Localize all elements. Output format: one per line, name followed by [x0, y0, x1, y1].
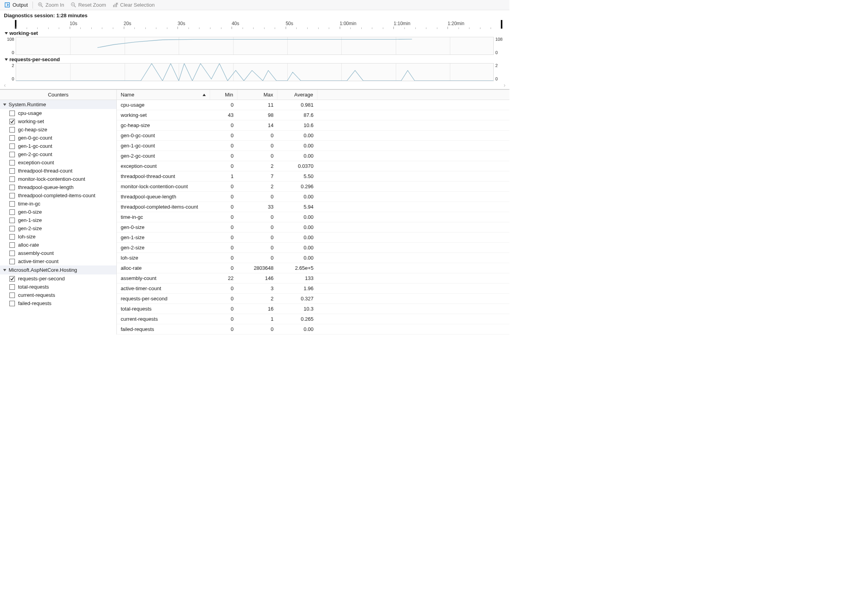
checkbox[interactable]: [9, 251, 15, 256]
tree-item[interactable]: gen-2-size: [0, 224, 116, 233]
checkbox[interactable]: [9, 185, 15, 190]
tree-item[interactable]: total-requests: [0, 283, 116, 291]
zoom-in-button[interactable]: Zoom In: [35, 1, 67, 9]
checkbox[interactable]: [9, 160, 15, 165]
reset-zoom-button[interactable]: Reset Zoom: [68, 1, 109, 9]
tree-item[interactable]: threadpool-queue-length: [0, 183, 116, 191]
table-row[interactable]: total-requests01610.3: [117, 304, 509, 314]
table-row[interactable]: cpu-usage0110.981: [117, 100, 509, 110]
cell-min: 0: [210, 151, 237, 161]
cell-min: 0: [210, 212, 237, 222]
tree-item[interactable]: loh-size: [0, 233, 116, 241]
tree-item[interactable]: alloc-rate: [0, 241, 116, 249]
table-row[interactable]: gen-2-size000.00: [117, 243, 509, 253]
checkbox[interactable]: [9, 127, 15, 133]
table-row[interactable]: gen-0-size000.00: [117, 222, 509, 233]
chart-plot[interactable]: [16, 37, 494, 55]
tree-item[interactable]: failed-requests: [0, 299, 116, 307]
checkbox[interactable]: [9, 152, 15, 157]
cell-max: 1: [237, 314, 277, 324]
col-header-avg[interactable]: Average: [277, 90, 317, 100]
tree-item-label: failed-requests: [18, 300, 51, 306]
table-row[interactable]: time-in-gc000.00: [117, 212, 509, 222]
table-row[interactable]: threadpool-completed-items-count0335.94: [117, 202, 509, 212]
checkbox[interactable]: [9, 259, 15, 264]
session-label: Diagnostics session:: [4, 13, 55, 18]
table-row[interactable]: loh-size000.00: [117, 253, 509, 263]
tree-item[interactable]: exception-count: [0, 158, 116, 167]
tree-item[interactable]: gc-heap-size: [0, 125, 116, 134]
tree-item[interactable]: time-in-gc: [0, 200, 116, 208]
tree-item[interactable]: gen-1-size: [0, 216, 116, 224]
cell-avg: 87.6: [277, 110, 317, 120]
table-row[interactable]: threadpool-thread-count175.50: [117, 171, 509, 182]
checkbox[interactable]: [9, 284, 15, 290]
scroll-left-icon[interactable]: ‹: [4, 82, 6, 88]
table-row[interactable]: gc-heap-size01410.6: [117, 120, 509, 131]
tree-item[interactable]: monitor-lock-contention-count: [0, 175, 116, 183]
tree-item[interactable]: gen-1-gc-count: [0, 142, 116, 150]
tree-item[interactable]: gen-0-gc-count: [0, 134, 116, 142]
checkbox[interactable]: [9, 301, 15, 306]
table-row[interactable]: exception-count020.0370: [117, 161, 509, 171]
clear-selection-button[interactable]: Clear Selection: [110, 1, 157, 9]
table-row[interactable]: requests-per-second020.327: [117, 294, 509, 304]
col-header-name[interactable]: Name: [117, 90, 210, 100]
table-row[interactable]: working-set439887.6: [117, 110, 509, 120]
table-row[interactable]: active-timer-count031.96: [117, 284, 509, 294]
tree-item[interactable]: threadpool-thread-count: [0, 167, 116, 175]
table-row[interactable]: assembly-count22146133: [117, 273, 509, 284]
table-row[interactable]: gen-2-gc-count000.00: [117, 151, 509, 161]
checkbox[interactable]: [9, 226, 15, 231]
table-row[interactable]: alloc-rate028036482.65e+5: [117, 263, 509, 273]
chart-plot[interactable]: [16, 63, 494, 81]
checkbox[interactable]: [9, 209, 15, 215]
checkbox[interactable]: [9, 193, 15, 198]
checkbox[interactable]: [9, 111, 15, 116]
checkbox[interactable]: [9, 218, 15, 223]
cell-name: gen-0-size: [117, 222, 210, 232]
col-header-min[interactable]: Min: [210, 90, 237, 100]
table-row[interactable]: current-requests010.265: [117, 314, 509, 324]
table-row[interactable]: gen-1-size000.00: [117, 233, 509, 243]
chart-title[interactable]: requests-per-second: [4, 56, 506, 63]
checkbox[interactable]: [9, 168, 15, 174]
checkbox[interactable]: [9, 144, 15, 149]
tree-item[interactable]: working-set: [0, 117, 116, 125]
checkbox[interactable]: [9, 201, 15, 207]
cell-avg: 1.96: [277, 284, 317, 293]
checkbox[interactable]: [9, 242, 15, 248]
tree-item[interactable]: gen-0-size: [0, 208, 116, 216]
tree-group-header[interactable]: Microsoft.AspNetCore.Hosting: [0, 265, 116, 274]
tree-item[interactable]: cpu-usage: [0, 109, 116, 117]
chart-title[interactable]: working-set: [4, 29, 506, 37]
cell-max: 2: [237, 182, 277, 191]
cell-name: gen-0-gc-count: [117, 131, 210, 140]
checkbox[interactable]: [9, 119, 15, 124]
table-row[interactable]: gen-1-gc-count000.00: [117, 141, 509, 151]
tree-item[interactable]: assembly-count: [0, 249, 116, 257]
col-header-max[interactable]: Max: [237, 90, 277, 100]
output-button[interactable]: Output: [2, 1, 30, 9]
checkbox[interactable]: [9, 176, 15, 182]
checkbox[interactable]: [9, 234, 15, 240]
checkbox[interactable]: [9, 135, 15, 141]
table-row[interactable]: failed-requests000.00: [117, 324, 509, 334]
tree-group-header[interactable]: System.Runtime: [0, 100, 116, 109]
timeline-end-marker[interactable]: [501, 20, 502, 29]
clear-selection-label: Clear Selection: [120, 2, 155, 8]
table-row[interactable]: threadpool-queue-length000.00: [117, 192, 509, 202]
tree-item-label: loh-size: [18, 234, 36, 240]
table-row[interactable]: gen-0-gc-count000.00: [117, 131, 509, 141]
table-row[interactable]: monitor-lock-contention-count020.296: [117, 182, 509, 192]
tree-item[interactable]: requests-per-second: [0, 274, 116, 283]
tree-item-label: gen-2-gc-count: [18, 151, 52, 157]
tree-item[interactable]: threadpool-completed-items-count: [0, 191, 116, 200]
scroll-right-icon[interactable]: ›: [504, 82, 506, 88]
timeline-ruler[interactable]: 10s20s30s40s50s1:00min1:10min1:20min: [4, 20, 506, 29]
checkbox[interactable]: [9, 276, 15, 282]
checkbox[interactable]: [9, 293, 15, 298]
tree-item[interactable]: gen-2-gc-count: [0, 150, 116, 158]
tree-item[interactable]: current-requests: [0, 291, 116, 299]
tree-item[interactable]: active-timer-count: [0, 257, 116, 265]
